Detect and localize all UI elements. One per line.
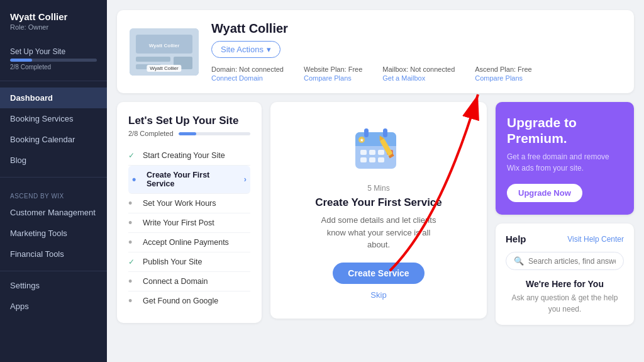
step-label: Connect a Domain [143,277,208,286]
setup-progress-label: 2/8 Completed [128,130,174,137]
bottom-row: Let's Set Up Your Site 2/8 Completed ✓ S… [117,102,634,325]
right-column: Upgrade to Premium. Get a free domain an… [496,102,634,325]
svg-rect-12 [369,150,375,155]
help-center-description: Ask any question & get the help you need… [506,292,624,315]
calendar-icon: ✕ ★ [350,121,407,178]
svg-rect-11 [360,150,367,155]
detail-description: Add some details and let clients know wh… [316,214,441,251]
sidebar-item-blog[interactable]: Blog [0,150,107,171]
check-icon: ✓ [128,151,137,160]
svg-rect-16 [360,157,367,162]
step-create-first-service[interactable]: • Create Your First Service › [128,166,250,194]
site-name: Wyatt Collier [211,21,621,36]
user-name: Wyatt Collier [10,11,97,22]
setup-list: ✓ Start Creating Your Site • Create Your… [128,146,250,310]
chevron-right-icon: › [244,175,247,184]
sidebar-completed: 2/8 Completed [10,64,97,71]
detail-title: Create Your First Service [315,196,442,209]
sidebar-item-apps[interactable]: Apps [0,296,107,317]
sidebar-item-booking-services[interactable]: Booking Services [0,108,107,129]
meta-mailbox-label: Mailbox: Not connected [382,65,455,73]
setup-progress-row: 2/8 Completed [128,130,250,137]
search-icon: 🔍 [514,256,524,266]
upgrade-now-button[interactable]: Upgrade Now [507,184,582,202]
sidebar-item-booking-calendar[interactable]: Booking Calendar [0,129,107,150]
step-set-work-hours[interactable]: • Set Your Work Hours [128,194,250,213]
help-title: Help [506,234,526,244]
visit-help-center-link[interactable]: Visit Help Center [567,235,624,244]
compare-ascend-link[interactable]: Compare Plans [475,74,523,82]
user-info: Wyatt Collier Role: Owner [0,11,107,41]
check-icon: ✓ [128,257,137,266]
site-actions-button[interactable]: Site Actions ▾ [211,41,280,58]
svg-rect-2 [136,57,170,62]
upgrade-title: Upgrade to Premium. [507,115,623,146]
step-connect-domain[interactable]: • Connect a Domain [128,272,250,291]
sidebar-item-dashboard[interactable]: Dashboard [0,88,107,108]
svg-rect-18 [378,157,384,162]
step-label: Publish Your Site [143,257,203,266]
step-label: Write Your First Post [143,218,214,227]
sidebar-item-label: Apps [10,302,29,311]
ascend-section-label: Ascend by Wix [0,184,107,202]
step-write-first-post[interactable]: • Write Your First Post [128,213,250,233]
meta-ascend-plan: Ascend Plan: Free Compare Plans [475,65,532,82]
setup-title: Let's Set Up Your Site [128,115,250,127]
main-content: Wyatt Collier Wyatt Collier Wyatt Collie… [107,0,644,362]
svg-rect-17 [369,157,375,162]
sidebar-divider [0,81,107,81]
step-label: Set Your Work Hours [143,199,216,208]
site-thumbnail-label: Wyatt Collier [147,65,181,72]
chevron-down-icon: ▾ [267,45,271,54]
sidebar-item-label: Financial Tools [10,249,64,259]
site-meta: Domain: Not connected Connect Domain Web… [211,65,621,82]
sidebar-item-customer-management[interactable]: Customer Management [0,202,107,223]
sidebar-item-label: Blog [10,156,26,165]
sidebar-item-label: Booking Calendar [10,135,75,144]
meta-ascend-plan-label: Ascend Plan: Free [475,65,532,73]
setup-progress-fill [179,132,197,135]
step-get-found[interactable]: • Get Found on Google [128,291,250,310]
upgrade-card: Upgrade to Premium. Get a free domain an… [496,102,634,215]
svg-rect-13 [378,150,384,155]
ascend-divider [0,177,107,178]
svg-text:★: ★ [360,138,364,142]
step-publish-site[interactable]: ✓ Publish Your Site [128,252,250,272]
sidebar-item-label: Settings [10,281,40,290]
meta-website-plan-label: Website Plan: Free [304,65,362,73]
svg-rect-10 [383,128,387,137]
site-actions-label: Site Actions [221,45,264,54]
main-nav: Dashboard Booking Services Booking Calen… [0,88,107,362]
skip-link[interactable]: Skip [370,290,386,300]
help-card: Help Visit Help Center 🔍 We're Here for … [496,223,634,325]
setup-label: Set Up Your Site [10,47,97,56]
svg-text:Wyatt Collier: Wyatt Collier [149,43,180,48]
detail-card: ✕ ★ 5 Mins Create Your First Servic [270,102,487,319]
get-mailbox-link[interactable]: Get a Mailbox [382,74,425,82]
setup-card: Let's Set Up Your Site 2/8 Completed ✓ S… [117,102,262,323]
sidebar-item-label: Marketing Tools [10,229,67,238]
sidebar-item-settings[interactable]: Settings [0,275,107,296]
step-label: Start Creating Your Site [143,151,225,160]
help-header: Help Visit Help Center [506,234,624,244]
detail-mins: 5 Mins [367,184,389,193]
help-search-input[interactable] [528,257,616,266]
setup-progress: Set Up Your Site 2/8 Completed [0,41,107,74]
step-start-creating[interactable]: ✓ Start Creating Your Site [128,146,250,166]
create-service-button[interactable]: Create Service [333,263,424,284]
sidebar-item-label: Booking Services [10,114,73,123]
help-center-title: We're Here for You [506,279,624,289]
sidebar-item-marketing-tools[interactable]: Marketing Tools [0,223,107,244]
help-search-box[interactable]: 🔍 [506,252,624,270]
compare-plans-link[interactable]: Compare Plans [304,74,352,82]
sidebar-item-label: Dashboard [10,93,53,103]
meta-domain: Domain: Not connected Connect Domain [211,65,284,82]
svg-rect-9 [364,128,369,137]
sidebar-progress-fill [10,59,32,62]
connect-domain-link[interactable]: Connect Domain [211,74,263,82]
upgrade-description: Get a free domain and remove Wix ads fro… [507,151,623,174]
sidebar-item-financial-tools[interactable]: Financial Tools [0,244,107,264]
sidebar-item-label: Customer Management [10,208,96,217]
step-accept-payments[interactable]: • Accept Online Payments [128,233,250,252]
sidebar-progress-bar [10,59,97,62]
